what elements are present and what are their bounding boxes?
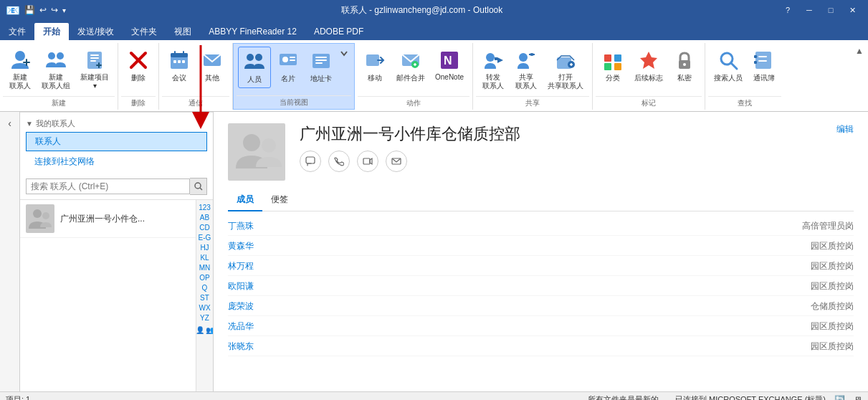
svg-rect-65 [306,157,315,163]
address-card-icon [310,49,333,72]
member-name: 欧阳谦 [228,280,254,292]
minimize-button[interactable]: ─ [799,3,819,17]
quick-save[interactable]: 💾 [24,5,35,15]
list-item[interactable]: 广州亚洲一号小件仓... [20,200,196,238]
svg-rect-25 [290,57,295,58]
address-book-button[interactable]: 通讯簿 [748,46,780,86]
tab-notes[interactable]: 便签 [262,189,297,211]
new-contact-group-button[interactable]: 新建联系人组 [37,46,75,93]
table-row[interactable]: 冼品华 园区质控岗 [228,318,854,336]
table-row[interactable]: 丁燕珠 高倍管理员岗 [228,217,854,236]
alpha-OP[interactable]: OP [198,273,211,282]
help-button[interactable]: ? [778,3,798,17]
alpha-ST[interactable]: ST [199,293,211,303]
right-panel: 广州亚洲一号小件库仓储质控部 编辑 [214,112,868,391]
card-view-label: 名片 [281,74,295,84]
table-row[interactable]: 张晓东 园区质控岗 [228,338,854,356]
onenote-button[interactable]: N OneNote [431,46,468,84]
quick-redo[interactable]: ↪ [51,5,58,15]
close-button[interactable]: ✕ [842,3,862,17]
status-bar: 项目: 1 所有文件夹是最新的。 已连接到 MICROSOFT EXCHANGE… [0,391,868,400]
search-input[interactable] [26,178,190,194]
alpha-Q[interactable]: Q [201,283,209,292]
contact-email-button[interactable] [386,151,407,172]
tab-file[interactable]: 文件 [0,23,34,40]
alpha-HJ[interactable]: HJ [199,243,210,252]
quick-undo[interactable]: ↩ [39,5,47,15]
people-view-button[interactable]: 人员 [238,47,271,88]
app-icon: 📧 [6,4,20,17]
alpha-YZ[interactable]: YZ [199,313,211,323]
meeting-button[interactable]: 会议 [163,46,195,86]
other-button[interactable]: 其他 [196,46,228,86]
alpha-EG[interactable]: E-G [197,233,213,242]
move-label: 移动 [368,73,382,83]
maximize-button[interactable]: □ [821,3,841,17]
tab-adobe[interactable]: ADOBE PDF [305,23,372,40]
table-row[interactable]: 欧阳谦 园区质控岗 [228,277,854,296]
forward-contact-label: 转发联系人 [482,73,504,90]
member-role: 园区质控岗 [811,260,854,272]
contact-chat-button[interactable] [300,151,321,172]
contacts-list: 广州亚洲一号小件仓... [20,200,196,391]
svg-text:N: N [444,54,452,67]
view-dropdown[interactable] [338,47,350,61]
member-role: 仓储质控岗 [811,300,854,313]
svg-point-51 [683,63,686,66]
member-role: 园区质控岗 [811,320,854,333]
delete-label: 删除 [131,73,146,83]
mail-merge-button[interactable]: 邮件合并 [392,46,429,86]
forward-contact-button[interactable]: 转发联系人 [477,46,509,93]
my-contacts-title[interactable]: ▼ 我的联系人 [26,118,207,129]
alpha-AB[interactable]: AB [199,213,211,222]
tab-abbyy[interactable]: ABBYY FineReader 12 [200,23,305,40]
edit-button[interactable]: 编辑 [836,123,854,135]
alpha-123[interactable]: 123 [197,203,212,212]
alpha-WX[interactable]: WX [197,303,211,313]
share-contact-icon [515,49,538,72]
private-button[interactable]: 私密 [669,46,700,86]
collapse-sidebar-button[interactable]: ‹ [5,115,14,132]
share-contact-button[interactable]: 共享联系人 [510,46,542,93]
category-button[interactable]: 分类 [597,46,629,86]
new-item-button[interactable]: 新建项目▾ [76,46,113,93]
sync-status: 所有文件夹是最新的。 [588,394,667,400]
delete-button[interactable]: 删除 [123,46,154,86]
ribbon-group-delete: 删除 删除 [118,43,159,110]
search-people-button[interactable]: 搜索人员 [710,46,747,86]
tab-start[interactable]: 开始 [34,23,69,40]
ribbon-content: 新建联系人 新建联系人组 [0,40,868,112]
tab-members[interactable]: 成员 [228,189,262,211]
svg-point-3 [48,52,55,59]
card-view-button[interactable]: 名片 [272,47,304,87]
ribbon-collapse-button[interactable]: ▲ [851,43,868,110]
svg-point-24 [282,57,288,62]
alpha-KL[interactable]: KL [199,253,210,262]
address-card-button[interactable]: 地址卡 [305,47,337,87]
tab-folder[interactable]: 文件夹 [123,23,166,40]
tab-view[interactable]: 视图 [166,23,200,40]
contact-call-button[interactable] [328,151,350,172]
open-shared-contact-button[interactable]: 打开共享联系人 [543,46,588,93]
new-contact-button[interactable]: 新建联系人 [4,46,36,93]
people-view-icon [243,50,266,73]
contacts-item[interactable]: 联系人 [26,132,207,151]
move-button[interactable]: 移动 [359,46,391,86]
social-network-link[interactable]: 连接到社交网络 [26,153,207,171]
tab-send-receive[interactable]: 发送/接收 [69,23,123,40]
ribbon-tabs: 文件 开始 发送/接收 文件夹 视图 ABBYY FineReader 12 A… [0,20,868,40]
table-row[interactable]: 林万程 园区质控岗 [228,257,854,276]
svg-rect-45 [604,54,611,62]
followup-button[interactable]: 后续标志 [630,46,667,86]
contact-video-button[interactable] [357,151,378,172]
svg-rect-26 [290,59,295,61]
alpha-MN[interactable]: MN [198,263,212,272]
contact-photo [228,123,285,181]
table-row[interactable]: 黄森华 园区质控岗 [228,237,854,256]
category-label: 分类 [606,73,620,83]
svg-point-62 [42,212,49,219]
table-row[interactable]: 庞荣波 仓储质控岗 [228,297,854,316]
alpha-CD[interactable]: CD [198,223,211,232]
search-button[interactable] [190,178,207,195]
delete-group-buttons: 删除 [121,43,156,95]
